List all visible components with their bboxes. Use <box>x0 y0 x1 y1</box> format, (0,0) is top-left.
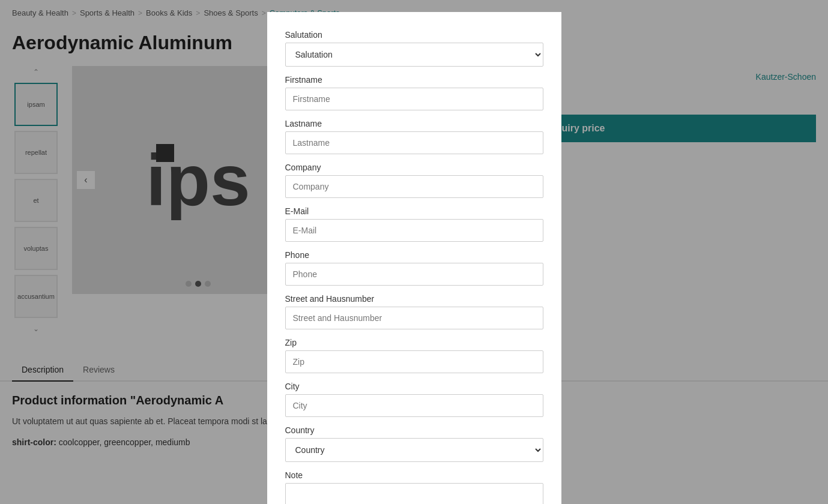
contact-form-modal: Salutation Salutation Mr. Ms. Dr. Firstn… <box>267 12 561 504</box>
firstname-label: Firstname <box>285 75 543 85</box>
phone-group: Phone <box>285 250 543 286</box>
salutation-select[interactable]: Salutation Mr. Ms. Dr. <box>285 43 543 67</box>
note-textarea[interactable] <box>285 483 543 504</box>
country-select[interactable]: Country Germany Austria Switzerland USA … <box>285 438 543 462</box>
company-label: Company <box>285 163 543 172</box>
street-group: Street and Hausnumber <box>285 294 543 329</box>
city-label: City <box>285 382 543 391</box>
phone-label: Phone <box>285 250 543 260</box>
city-input[interactable] <box>285 394 543 417</box>
country-group: Country Country Germany Austria Switzerl… <box>285 425 543 462</box>
company-group: Company <box>285 163 543 198</box>
lastname-input[interactable] <box>285 131 543 154</box>
email-input[interactable] <box>285 219 543 242</box>
street-label: Street and Hausnumber <box>285 294 543 304</box>
firstname-group: Firstname <box>285 75 543 110</box>
note-group: Note <box>285 470 543 504</box>
firstname-input[interactable] <box>285 88 543 110</box>
salutation-label: Salutation <box>285 30 543 40</box>
zip-group: Zip <box>285 338 543 373</box>
lastname-label: Lastname <box>285 119 543 128</box>
city-group: City <box>285 382 543 417</box>
modal-overlay: Salutation Salutation Mr. Ms. Dr. Firstn… <box>0 0 828 504</box>
country-label: Country <box>285 425 543 435</box>
lastname-group: Lastname <box>285 119 543 154</box>
zip-label: Zip <box>285 338 543 347</box>
email-label: E-Mail <box>285 206 543 216</box>
street-input[interactable] <box>285 307 543 329</box>
zip-input[interactable] <box>285 350 543 373</box>
phone-input[interactable] <box>285 263 543 286</box>
company-input[interactable] <box>285 175 543 198</box>
salutation-group: Salutation Salutation Mr. Ms. Dr. <box>285 30 543 67</box>
email-group: E-Mail <box>285 206 543 242</box>
note-label: Note <box>285 470 543 480</box>
